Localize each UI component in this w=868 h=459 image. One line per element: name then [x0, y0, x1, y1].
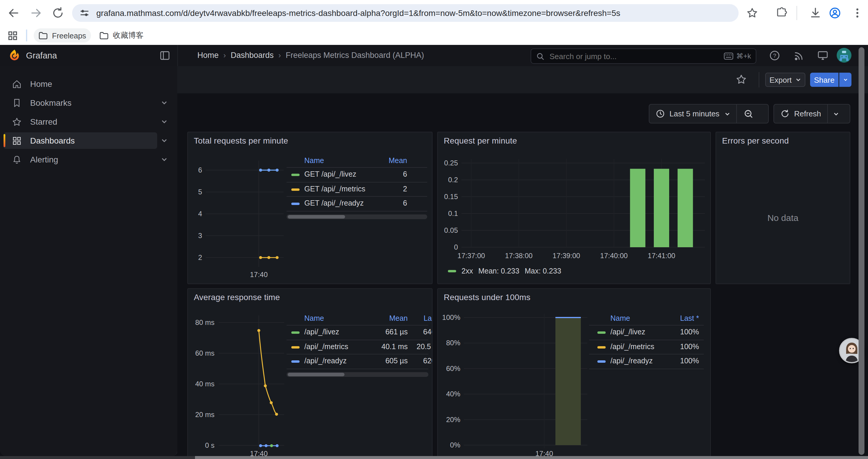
bookmarks-bar: Freeleaps收藏博客 [0, 26, 868, 45]
legend-column-header[interactable]: Last * [680, 314, 699, 323]
y-axis-tick: 5 [198, 188, 202, 196]
sidebar-item-home[interactable]: Home [4, 76, 157, 92]
legend-row[interactable]: GET /api/_/livez6 [286, 168, 427, 182]
screen: grafana.mathmast.com/d/deytv4rwavabkb/fr… [0, 0, 868, 459]
sidebar-item-dashboards[interactable]: Dashboards [4, 132, 157, 149]
legend-column-header[interactable]: Las [424, 314, 433, 323]
series-name[interactable]: /api/_/readyz [610, 357, 653, 365]
panel-title[interactable]: Average response time [194, 292, 280, 302]
panel-total-requests: Total requests per minute 6543217:40 Nam… [187, 132, 433, 284]
download-icon[interactable] [809, 6, 822, 20]
bookmark-item[interactable]: 收藏博客 [95, 28, 148, 42]
browser-toolbar: grafana.mathmast.com/d/deytv4rwavabkb/fr… [0, 0, 868, 26]
reload-icon[interactable] [52, 6, 64, 20]
panel-title[interactable]: Request per minute [444, 136, 517, 145]
legend-row[interactable]: /api/_/livez661 µs646 [286, 326, 428, 340]
breadcrumb-separator: › [223, 51, 226, 60]
help-icon[interactable]: ? [769, 50, 780, 61]
sidebar-item-label: Starred [30, 117, 57, 126]
panel-average-response-time: Average response time 80 ms60 ms40 ms20 … [187, 288, 433, 459]
zoom-out-icon[interactable] [744, 109, 753, 119]
series-name[interactable]: /api/_/livez [304, 328, 339, 336]
series-name[interactable]: GET /api/_/readyz [304, 199, 364, 207]
y-axis-tick: 0.2 [448, 176, 458, 184]
brand-label[interactable]: Grafana [26, 51, 57, 60]
breadcrumb-item: Freeleaps Metrics Dashboard (ALPHA) [286, 51, 424, 60]
series-name[interactable]: /api/_/metrics [610, 342, 654, 351]
chevron-down-icon [795, 77, 801, 83]
sidebar-item-alerting[interactable]: Alerting [4, 151, 157, 168]
share-button[interactable]: Share [810, 73, 838, 87]
search-input[interactable] [548, 51, 724, 61]
series-name[interactable]: /api/_/readyz [304, 357, 346, 365]
favorite-star-icon[interactable] [736, 74, 747, 85]
chevron-down-icon[interactable] [161, 99, 168, 106]
series-name[interactable]: GET /api/_/metrics [304, 185, 366, 193]
grafana-logo[interactable] [8, 49, 21, 62]
share-dropdown-button[interactable] [839, 73, 851, 87]
legend-row[interactable]: /api/_/metrics100% [589, 340, 704, 355]
sidebar-item-starred[interactable]: Starred [4, 113, 157, 130]
series-name[interactable]: GET /api/_/livez [304, 170, 356, 178]
panel-title[interactable]: Errors per second [722, 136, 789, 145]
url-text[interactable]: grafana.mathmast.com/d/deytv4rwavabkb/fr… [96, 8, 620, 18]
panel-title[interactable]: Total requests per minute [194, 136, 288, 145]
legend-column-header[interactable]: Name [610, 314, 630, 323]
forward-icon[interactable] [30, 6, 42, 20]
chevron-down-icon[interactable] [161, 118, 168, 125]
bookmark-item[interactable]: Freeleaps [34, 28, 91, 42]
search-box[interactable]: ⌘+k [531, 48, 756, 64]
sidebar-item-label: Bookmarks [30, 98, 71, 107]
horizontal-scrollbar[interactable] [195, 456, 868, 459]
export-button[interactable]: Export [765, 73, 805, 87]
chevron-down-icon[interactable] [161, 137, 168, 144]
legend-row[interactable]: GET /api/_/readyz6 [286, 197, 427, 211]
dock-menu-icon[interactable] [159, 50, 170, 61]
chevron-down-icon[interactable] [161, 156, 168, 163]
svg-text:?: ? [773, 53, 776, 59]
bookmark-icon [12, 98, 22, 108]
legend-scrollbar-thumb[interactable] [288, 215, 345, 218]
legend-row[interactable]: /api/_/metrics40.1 ms20.5 r [286, 340, 428, 355]
legend-row[interactable]: /api/_/readyz605 µs620 [286, 355, 428, 369]
panel-title[interactable]: Requests under 100ms [444, 292, 531, 302]
time-range-label[interactable]: Last 5 minutes [670, 109, 719, 118]
legend-row[interactable]: /api/_/livez100% [589, 326, 704, 340]
series-value: 40.1 ms [381, 342, 408, 351]
y-axis-tick: 40% [446, 390, 460, 398]
extensions-icon[interactable] [775, 6, 788, 20]
news-rss-icon[interactable] [794, 50, 804, 61]
site-settings-icon[interactable] [80, 8, 89, 18]
legend-row[interactable]: GET /api/_/metrics2 [286, 182, 427, 197]
legend-column-header[interactable]: Mean [389, 314, 408, 323]
legend-column-header[interactable]: Name [304, 157, 324, 165]
sidebar-item-bookmarks[interactable]: Bookmarks [4, 95, 157, 111]
y-axis-tick: 2 [198, 254, 202, 261]
series-swatch [291, 331, 300, 334]
chevron-down-icon[interactable] [724, 111, 730, 117]
legend-scrollbar-thumb[interactable] [288, 372, 344, 376]
series-name[interactable]: /api/_/metrics [304, 342, 348, 351]
profile-icon[interactable] [829, 6, 841, 20]
series-name[interactable]: /api/_/livez [610, 328, 645, 336]
legend-item[interactable]: 2xx Mean: 0.233 Max: 0.233 [448, 267, 561, 275]
back-icon[interactable] [7, 6, 20, 20]
display-icon[interactable] [817, 50, 829, 61]
panel-request-per-minute: Request per minute 0.250.20.150.10.05017… [437, 132, 711, 284]
refresh-label[interactable]: Refresh [794, 109, 821, 118]
bookmark-star-icon[interactable] [746, 6, 759, 20]
breadcrumb-item[interactable]: Home [197, 51, 219, 60]
menu-dots-icon[interactable] [851, 6, 864, 20]
vertical-scrollbar[interactable] [859, 47, 864, 455]
legend-header: NameLast * [589, 314, 704, 326]
legend-row[interactable]: /api/_/readyz100% [589, 355, 704, 369]
legend-column-header[interactable]: Name [304, 314, 324, 323]
url-bar[interactable]: grafana.mathmast.com/d/deytv4rwavabkb/fr… [72, 4, 739, 22]
y-axis-tick: 0.1 [448, 209, 458, 218]
user-avatar[interactable] [837, 48, 851, 63]
chevron-down-icon[interactable] [833, 111, 839, 117]
legend-column-header[interactable]: Mean [389, 157, 407, 165]
apps-grid-icon[interactable] [8, 31, 18, 41]
series-swatch [597, 331, 606, 334]
breadcrumb-item[interactable]: Dashboards [231, 51, 274, 60]
